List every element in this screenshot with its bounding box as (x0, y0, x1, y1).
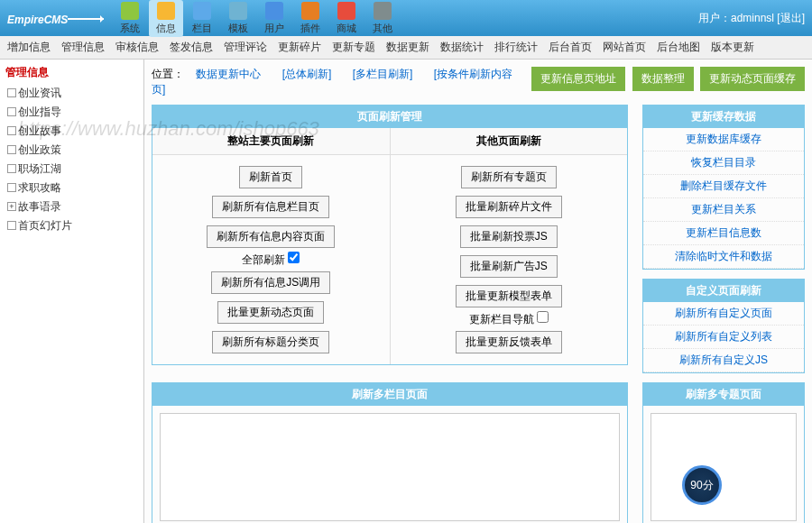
menu-item[interactable]: 更新专题 (332, 40, 375, 55)
nav-template[interactable]: 模板 (221, 0, 255, 37)
refresh-vote-button[interactable]: 批量刷新投票JS (460, 225, 558, 248)
menu-item[interactable]: 审核信息 (115, 40, 159, 55)
user-info: 用户：adminnsl [退出] (698, 11, 805, 26)
refresh-panel: 页面刷新管理 整站主要页面刷新 其他页面刷新 刷新首页 刷新所有信息栏目页 刷新… (152, 105, 628, 365)
sidebar: 管理信息 创业资讯 创业指导 创业故事 创业政策 职场江湖 求职攻略 故事语录 … (0, 60, 144, 523)
nav-other[interactable]: 其他 (365, 0, 400, 37)
panel-header: 自定义页面刷新 (643, 280, 804, 302)
custom-link[interactable]: 刷新所有自定义页面 (643, 302, 804, 326)
logout-link[interactable]: [退出] (777, 12, 805, 24)
menu-item[interactable]: 数据更新 (386, 40, 429, 55)
cache-link[interactable]: 更新栏目信息数 (643, 222, 804, 245)
breadcrumb-link[interactable]: [总体刷新] (282, 68, 332, 80)
menu-item[interactable]: 版本更新 (711, 40, 754, 55)
menu-item[interactable]: 后台首页 (549, 40, 592, 55)
all-refresh-label: 全部刷新 (242, 253, 285, 266)
col-header: 整站主要页面刷新 (152, 128, 391, 155)
refresh-fragment-button[interactable]: 批量刷新碎片文件 (456, 196, 562, 218)
tree-item[interactable]: 创业故事 (5, 122, 138, 141)
refresh-title-button[interactable]: 刷新所有标题分类页 (212, 331, 329, 353)
custom-link[interactable]: 刷新所有自定义列表 (643, 326, 804, 349)
tree-item[interactable]: 首页幻灯片 (5, 216, 138, 235)
refresh-content-button[interactable]: 刷新所有信息内容页面 (207, 225, 335, 248)
menu-item[interactable]: 更新碎片 (278, 40, 321, 55)
tree-item[interactable]: 求职攻略 (5, 179, 138, 197)
data-clean-button[interactable]: 数据整理 (632, 67, 694, 91)
menubar: 增加信息 管理信息 审核信息 签发信息 管理评论 更新碎片 更新专题 数据更新 … (0, 36, 812, 60)
refresh-dynamic-button[interactable]: 批量更新动态页面 (217, 301, 324, 324)
all-refresh-checkbox[interactable] (288, 252, 300, 263)
menu-item[interactable]: 后台地图 (657, 40, 700, 55)
cache-link[interactable]: 更新数据库缓存 (643, 128, 804, 151)
refresh-column-button[interactable]: 刷新所有信息栏目页 (212, 196, 329, 218)
menu-item[interactable]: 管理信息 (61, 40, 105, 55)
menu-item[interactable]: 排行统计 (494, 40, 538, 55)
column-select[interactable] (160, 413, 620, 521)
breadcrumb-link[interactable]: 数据更新中心 (196, 68, 261, 80)
refresh-form-button[interactable]: 批量更新模型表单 (456, 285, 562, 307)
cache-link[interactable]: 删除栏目缓存文件 (643, 175, 804, 198)
menu-item[interactable]: 增加信息 (7, 40, 51, 55)
topic-select[interactable] (651, 413, 797, 521)
cache-link[interactable]: 恢复栏目目录 (643, 151, 804, 175)
nav-user[interactable]: 用户 (257, 0, 291, 37)
update-url-button[interactable]: 更新信息页地址 (531, 67, 625, 91)
update-nav-label: 更新栏目导航 (469, 313, 534, 326)
nav-plugin[interactable]: 插件 (293, 0, 328, 37)
nav-info[interactable]: 信息 (149, 0, 183, 37)
panel-header: 刷新多专题页面 (643, 383, 804, 406)
nav-shop[interactable]: 商城 (329, 0, 364, 37)
custom-link[interactable]: 刷新所有自定义JS (643, 349, 804, 372)
refresh-js-button[interactable]: 刷新所有信息JS调用 (211, 271, 330, 294)
cache-link[interactable]: 更新栏目关系 (643, 198, 804, 222)
refresh-feedback-button[interactable]: 批量更新反馈表单 (456, 331, 562, 353)
update-nav-checkbox[interactable] (537, 311, 549, 323)
breadcrumb-link[interactable]: [多栏目刷新] (353, 68, 413, 80)
tree-item[interactable]: 创业资讯 (5, 84, 138, 103)
refresh-topic-button[interactable]: 刷新所有专题页 (461, 166, 557, 188)
refresh-ad-button[interactable]: 批量刷新广告JS (460, 255, 558, 278)
menu-item[interactable]: 网站首页 (603, 40, 646, 55)
panel-header: 更新缓存数据 (643, 106, 804, 128)
tree-item[interactable]: 创业指导 (5, 103, 138, 122)
logo: EmpireCMS (7, 9, 104, 28)
tree-item[interactable]: 职场江湖 (5, 160, 138, 179)
menu-item[interactable]: 数据统计 (440, 40, 484, 55)
top-nav: 系统 信息 栏目 模板 用户 插件 商城 其他 (113, 0, 698, 37)
sidebar-title: 管理信息 (5, 65, 138, 80)
nav-system[interactable]: 系统 (113, 0, 147, 37)
menu-item[interactable]: 签发信息 (170, 40, 213, 55)
menu-item[interactable]: 管理评论 (224, 40, 267, 55)
cpu-widget: 90分 (682, 465, 722, 505)
panel-header: 页面刷新管理 (152, 106, 627, 128)
tree-item[interactable]: 创业政策 (5, 141, 138, 160)
panel-header: 刷新多栏目页面 (152, 383, 627, 406)
cache-link[interactable]: 清除临时文件和数据 (643, 245, 804, 269)
refresh-home-button[interactable]: 刷新首页 (239, 166, 302, 188)
col-header: 其他页面刷新 (391, 128, 628, 155)
nav-column[interactable]: 栏目 (185, 0, 219, 37)
update-cache-button[interactable]: 更新动态页面缓存 (700, 67, 805, 91)
tree-folder[interactable]: 故事语录 (5, 197, 138, 216)
